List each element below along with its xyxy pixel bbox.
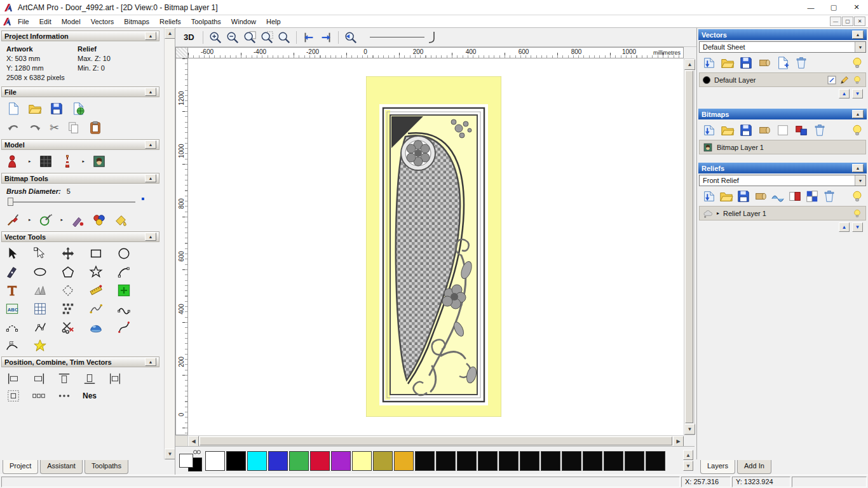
vertical-scroll-thumb[interactable] — [685, 71, 693, 423]
create-text-icon[interactable] — [5, 283, 19, 297]
palette-swatch-17[interactable] — [562, 451, 581, 471]
delete-relief-layer-icon[interactable] — [822, 189, 836, 203]
merge-bitmap-icon[interactable] — [757, 123, 771, 137]
center-in-page-icon[interactable] — [6, 389, 20, 403]
import-relief-icon[interactable] — [702, 189, 716, 203]
paste-along-curve-icon[interactable] — [117, 283, 131, 297]
align-center-icon[interactable] — [108, 372, 122, 386]
save-model-icon[interactable] — [50, 102, 64, 116]
select-vectors-icon[interactable] — [5, 247, 19, 261]
tab-layers[interactable]: Layers — [700, 460, 735, 474]
primary-secondary-colour-swatch[interactable] — [179, 450, 202, 471]
expand-relief-layer-icon[interactable]: ▸ — [717, 210, 719, 216]
palette-swatch-21[interactable] — [646, 451, 665, 471]
wrap-star-icon[interactable] — [33, 339, 47, 353]
relief-layer-row[interactable]: ▸ Relief Layer 1 — [699, 206, 866, 220]
dropdown-arrow-icon[interactable]: ▼ — [855, 42, 865, 52]
save-relief-icon[interactable] — [736, 189, 750, 203]
paint-brush-icon[interactable] — [6, 213, 20, 227]
move-relief-down-button[interactable]: ▼ — [852, 222, 863, 232]
palette-swatch-3[interactable] — [268, 451, 288, 471]
scroll-up-button[interactable]: ▲ — [684, 59, 695, 70]
open-model-icon[interactable] — [28, 102, 42, 116]
mdi-minimize-button[interactable]: — — [830, 17, 841, 26]
menu-item-bitmaps[interactable]: Bitmaps — [119, 17, 154, 27]
palette-scroll-down-button[interactable]: ▼ — [683, 461, 693, 471]
section-profile-icon[interactable] — [5, 339, 19, 353]
merge-relief-icon[interactable] — [754, 189, 768, 203]
palette-swatch-13[interactable] — [478, 451, 498, 471]
zoom-previous-icon[interactable] — [344, 30, 358, 44]
lighthouse-icon[interactable] — [60, 154, 74, 168]
collapse-reliefs-button[interactable]: ▲ — [852, 164, 864, 172]
palette-swatch-1[interactable] — [226, 451, 246, 471]
scroll-right-button[interactable]: ▶ — [673, 436, 684, 447]
next-view-icon[interactable] — [319, 30, 333, 44]
palette-swatch-11[interactable] — [436, 451, 456, 471]
fillet-tool-icon[interactable] — [428, 31, 437, 44]
collapse-position-button[interactable]: ▲ — [145, 358, 156, 366]
smooth-relief-icon[interactable] — [771, 189, 785, 203]
new-vector-layer-icon[interactable] — [776, 56, 790, 70]
offset-vector-icon[interactable] — [61, 283, 75, 297]
spin-relief-icon[interactable] — [89, 320, 103, 334]
horizontal-scroll-thumb[interactable] — [200, 437, 672, 445]
lighthouse-expand-icon[interactable]: ▸ — [83, 159, 85, 164]
vector-layer-row[interactable]: Default Layer — [699, 72, 866, 87]
redo-icon[interactable] — [28, 121, 42, 135]
reduce-colours-icon[interactable] — [794, 123, 808, 137]
align-top-icon[interactable] — [57, 372, 71, 386]
palette-scroll-up-button[interactable]: ▲ — [683, 450, 693, 460]
open-vectors-icon[interactable] — [721, 56, 735, 70]
open-bitmap-icon[interactable] — [721, 123, 735, 137]
create-star-icon[interactable] — [89, 265, 103, 279]
palette-swatch-5[interactable] — [310, 451, 330, 471]
minimize-button[interactable]: — — [799, 0, 822, 15]
arc-fit-icon[interactable] — [5, 320, 19, 334]
palette-swatch-20[interactable] — [625, 451, 644, 471]
create-ellipse-icon[interactable] — [33, 265, 47, 279]
collapse-project-info-button[interactable]: ▲ — [145, 32, 156, 40]
invert-relief-icon[interactable] — [788, 189, 802, 203]
bitmap-to-vector-icon[interactable] — [33, 302, 47, 316]
flood-fill-icon[interactable] — [71, 213, 85, 227]
nesting-tool-label[interactable]: Nes — [83, 391, 97, 400]
import-model-icon[interactable] — [71, 102, 85, 116]
close-button[interactable]: ✕ — [845, 0, 868, 15]
mirror-vectors-icon[interactable] — [57, 389, 71, 403]
palette-swatch-4[interactable] — [289, 451, 309, 471]
menu-item-model[interactable]: Model — [57, 17, 86, 27]
collapse-model-button[interactable]: ▲ — [145, 140, 156, 149]
drawing-canvas[interactable] — [188, 58, 684, 435]
align-right-icon[interactable] — [32, 372, 46, 386]
collapse-bitmaps-button[interactable]: ▲ — [852, 110, 864, 118]
dimension-icon[interactable] — [89, 283, 103, 297]
distort-vectors-icon[interactable] — [117, 302, 131, 316]
slider-track[interactable] — [10, 201, 135, 203]
zoom-out-icon[interactable] — [226, 30, 240, 44]
load-picture-icon[interactable] — [92, 154, 106, 168]
copy-icon[interactable] — [67, 121, 81, 135]
menu-item-toolpaths[interactable]: Toolpaths — [186, 17, 226, 27]
paste-icon[interactable] — [88, 121, 102, 135]
palette-swatch-10[interactable] — [415, 451, 435, 471]
collapse-bitmap-tools-button[interactable]: ▲ — [145, 174, 156, 182]
model-resolution-icon[interactable] — [39, 154, 53, 168]
align-left-icon[interactable] — [6, 372, 20, 386]
canvas-vertical-scrollbar[interactable]: ▲ ▼ — [684, 58, 695, 435]
paint-expand-icon[interactable]: ▸ — [29, 217, 31, 222]
spline-icon[interactable] — [117, 320, 131, 334]
delete-vector-layer-icon[interactable] — [794, 56, 808, 70]
open-relief-icon[interactable] — [719, 189, 733, 203]
colour-palette-icon[interactable] — [92, 213, 106, 227]
create-arc-icon[interactable] — [117, 265, 131, 279]
create-polyline-icon[interactable] — [5, 265, 19, 279]
mdi-close-button[interactable]: ✕ — [854, 17, 865, 26]
menu-item-window[interactable]: Window — [226, 17, 261, 27]
palette-swatch-19[interactable] — [604, 451, 623, 471]
scroll-left-button[interactable]: ◀ — [188, 436, 199, 447]
palette-swatch-15[interactable] — [520, 451, 539, 471]
zoom-objects-icon[interactable] — [260, 30, 274, 44]
palette-swatch-14[interactable] — [499, 451, 519, 471]
palette-swatch-9[interactable] — [394, 451, 414, 471]
